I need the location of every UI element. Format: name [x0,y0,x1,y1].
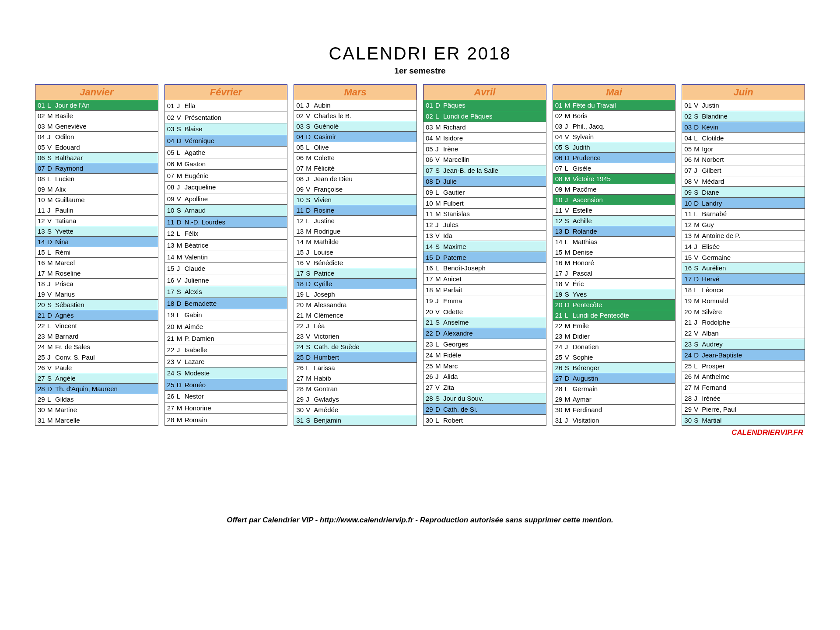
day-row: 30LRobert [424,415,546,426]
day-row: 04DCasimir [294,132,417,142]
day-saint: Yves [573,290,587,298]
day-saint: Ascension [573,196,603,203]
day-cell: 25DRoméo [164,379,287,391]
day-cell: 20MAimée [164,321,287,332]
day-weekday: V [565,206,573,214]
day-weekday: M [565,112,573,119]
day-number: 28 [167,416,177,424]
day-saint: Lucien [55,175,74,182]
day-saint: Sylvain [573,133,594,140]
day-row: 23MBarnard [35,331,158,342]
day-weekday: V [694,102,702,109]
day-number: 25 [167,381,177,388]
day-row: 13MRodrigue [294,226,417,237]
day-saint: Matthias [573,238,598,245]
day-row: 26LLarissa [294,363,417,373]
day-row: 21LLundi de Pentecôte [553,310,676,321]
day-number: 29 [296,396,306,403]
day-weekday: M [47,332,55,340]
day-cell: 12MGuy [682,219,805,230]
day-row: 18VÉric [553,279,676,289]
day-weekday: M [306,154,314,161]
day-saint: Emma [443,297,462,304]
day-row: 28DTh. d'Aquin, Maureen [35,384,158,394]
day-saint: Landry [702,200,722,207]
day-cell: 30SMartial [682,415,805,426]
day-cell: 24MFr. de Sales [35,342,158,352]
day-number: 11 [38,206,47,214]
day-saint: Boris [573,112,588,119]
day-number: 20 [167,323,177,330]
day-weekday: D [694,200,702,207]
day-cell: 14LMatthias [553,237,676,247]
day-row: 28MRomain [164,414,287,426]
day-saint: Vivien [314,196,332,203]
day-weekday: V [565,280,573,287]
day-row: 26LNestor [164,391,287,402]
day-weekday: J [435,297,443,304]
day-number: 30 [426,416,435,424]
day-number: 10 [296,196,306,203]
day-weekday: D [565,301,573,308]
day-row: 09VApolline [164,193,287,205]
day-cell: 03DKévin [682,122,805,133]
day-number: 14 [167,253,177,261]
day-weekday: J [694,243,702,250]
day-saint: Gabin [185,311,202,318]
month-table: Avril01DPâques02LLundi de Pâques03MRicha… [423,84,546,426]
day-row: 10MFulbert [424,198,546,209]
day-saint: Eugénie [185,172,209,179]
day-saint: Honorine [185,404,211,412]
day-saint: Larissa [314,364,335,371]
day-number: 11 [426,210,435,217]
day-saint: Irénée [702,395,721,402]
day-row: 07MFélicité [294,163,417,174]
day-row: 09MAlix [35,184,158,195]
day-row: 04DVéronique [164,135,287,147]
day-row: 06DPrudence [553,153,676,163]
day-weekday: S [47,301,55,308]
day-cell: 02LLundi de Pâques [424,111,546,122]
day-cell: 11VEstelle [553,205,676,216]
day-number: 19 [296,290,306,298]
day-saint: Éric [573,280,584,287]
day-row: 19LJoseph [294,289,417,300]
day-row: 20VOdette [424,306,546,317]
day-number: 27 [38,374,47,382]
day-weekday: V [47,364,55,371]
day-saint: Humbert [314,354,339,361]
day-row: 27MFernand [682,382,805,393]
day-saint: Béatrice [185,242,209,249]
day-weekday: V [306,112,314,119]
day-number: 29 [426,406,435,413]
day-row: 08VMédard [682,176,805,187]
day-row: 13MAntoine de P. [682,230,805,241]
day-weekday: L [306,144,314,151]
day-cell: 02SBlandine [682,111,805,122]
month-table: Janvier01LJour de l'An02MBasile03MGenevi… [35,84,158,426]
day-weekday: M [177,335,185,342]
day-saint: Mathilde [314,238,339,245]
day-saint: Alix [55,186,66,193]
day-row: 22DAlexandre [424,328,546,339]
day-saint: Françoise [314,186,343,193]
day-number: 14 [426,243,435,250]
day-number: 08 [167,183,177,191]
day-weekday: L [177,149,185,156]
day-saint: Cyrille [314,280,332,287]
day-number: 13 [296,228,306,235]
day-cell: 30MFerdinand [553,405,676,415]
day-weekday: V [177,114,185,121]
month-header: Février [164,85,287,100]
day-cell: 09LGautier [424,187,546,198]
day-row: 08LLucien [35,174,158,184]
day-saint: Bénédicte [314,259,343,266]
day-number: 23 [38,332,47,340]
day-number: 28 [555,385,565,392]
day-number: 04 [426,134,435,142]
day-number: 22 [684,329,694,337]
day-row: 24JDonatien [553,342,676,352]
day-weekday: S [177,206,185,214]
day-row: 05SJudith [553,142,676,153]
day-weekday: M [565,186,573,193]
